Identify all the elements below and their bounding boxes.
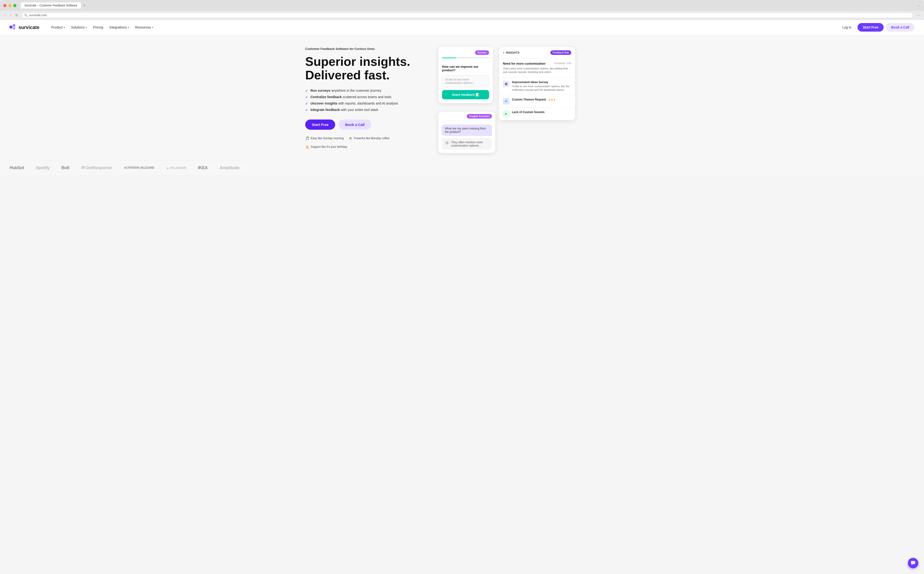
nav-actions: Log in Start Free Book a Call [839, 23, 915, 32]
hero-start-free-button[interactable]: Start Free [305, 120, 335, 130]
insight-item-themes: A Custom Themes Request ★★★ [499, 95, 575, 108]
feature-item: ✓ Centralize feedback scattered across t… [305, 95, 429, 99]
insight-item-title-2: Lack of Custom Sounds [512, 110, 571, 114]
badge-powerful: ☕ Powerful like Monday coffee [348, 136, 390, 140]
assistant-widget: Insights Assistant What are my users mis… [438, 112, 495, 153]
svg-rect-1 [13, 24, 15, 27]
music-icon: 🎵 [305, 136, 309, 140]
logo-hubspot: HubSot [9, 166, 24, 170]
badge-easy: 🎵 Easy like Sunday morning [305, 136, 344, 140]
hero-badges: 🎵 Easy like Sunday morning ☕ Powerful li… [305, 136, 429, 149]
survey-input[interactable]: I'd like to see more customization optio… [442, 75, 489, 87]
hero-features-list: ✓ Run surveys anywhere in the customer j… [305, 88, 429, 112]
feedback-hub-badge: Feedback Hub [550, 50, 571, 55]
cake-icon: 🎂 [305, 145, 309, 149]
address-text: survicate.com [29, 14, 47, 17]
feature-item: ✓ Run surveys anywhere in the customer j… [305, 88, 429, 93]
hero-section: Customer Feedback Software for Curious O… [296, 35, 628, 160]
logo-atlassian: ▲ ATLASSIAN [166, 166, 186, 170]
insight-main-desc: Users want more customization options, l… [503, 67, 571, 74]
logos-section: HubSot Spotify Bolt ✉ GetResponse ACTIVI… [0, 160, 924, 175]
surveys-widget: Surveys How can we improve our product? … [438, 47, 493, 103]
logo-spotify: Spotify [36, 166, 50, 170]
insight-icon-survey: ⊞ [503, 80, 510, 87]
start-free-button[interactable]: Start Free [858, 23, 883, 32]
bot-icon: ✦ [445, 140, 449, 145]
check-icon: ✓ [305, 102, 308, 106]
chevron-down-icon: ▾ [64, 26, 65, 29]
nav-integrations[interactable]: Integrations ▾ [107, 24, 131, 31]
check-icon: ✓ [305, 108, 308, 112]
insight-item-title-0: Improvement Ideas Survey [512, 80, 571, 84]
check-icon: ✓ [305, 95, 308, 99]
assistant-badge: Insights Assistant [467, 114, 492, 118]
insight-icon-themes: A [503, 98, 510, 104]
browser-tab[interactable]: Survicate – Customer Feedback Software [20, 2, 81, 9]
surveys-badge: Surveys [475, 50, 489, 55]
logo-ikea: IKEA [198, 166, 208, 170]
address-bar[interactable]: 🔍 survicate.com [22, 13, 913, 18]
logo[interactable]: survicate [9, 24, 39, 31]
nav-product[interactable]: Product ▾ [49, 24, 67, 31]
hero-right: Surveys How can we improve our product? … [438, 47, 619, 153]
browser-more-dots[interactable]: ··· [917, 13, 921, 18]
share-feedback-button[interactable]: Share feedback 📝 [442, 90, 489, 99]
feedback-hub-widget: + INSIGHTS Feedback Hub Need for more cu… [499, 47, 575, 120]
navbar: survicate Product ▾ Solutions ▾ Pricing … [0, 20, 924, 35]
logo-activision: ACTIVISION | BLIZZARD [124, 166, 154, 169]
page-content: survicate Product ▾ Solutions ▾ Pricing … [0, 20, 924, 175]
insight-item-improvement: ⊞ Improvement Ideas Survey I'd like to s… [499, 78, 575, 95]
feature-item: ✓ Integrate feedback with your entire to… [305, 108, 429, 112]
coffee-icon: ☕ [348, 136, 353, 140]
stars-icon: ★★★ [548, 98, 556, 101]
browser-more-options[interactable]: ··· [917, 3, 921, 8]
surveys-widget-header: Surveys [438, 47, 493, 57]
traffic-light-red[interactable] [3, 4, 6, 7]
insight-main-title: Need for more customization [503, 62, 545, 65]
logo-text: survicate [19, 25, 39, 30]
chevron-down-icon: ▾ [86, 26, 87, 29]
login-button[interactable]: Log in [839, 24, 855, 31]
assistant-header: Insights Assistant [438, 112, 495, 121]
traffic-light-green[interactable] [13, 4, 16, 7]
new-tab-button[interactable]: + [82, 2, 87, 9]
logo-bolt: Bolt [61, 166, 69, 170]
nav-pricing[interactable]: Pricing [91, 24, 106, 31]
hero-book-call-button[interactable]: Book a Call [338, 120, 371, 130]
survey-progress-bar [442, 57, 489, 58]
hero-subtitle: Customer Feedback Software for Curious O… [305, 47, 429, 50]
chevron-down-icon: ▾ [128, 26, 129, 29]
hero-title: Superior insights. Delivered fast. [305, 55, 429, 82]
insight-count: Feedback: 836 [554, 62, 571, 65]
traffic-light-yellow[interactable] [8, 4, 11, 7]
survey-question: How can we improve our product? [438, 62, 493, 75]
browser-nav-bar: ‹ › ↻ 🔍 survicate.com ··· [0, 11, 924, 20]
nav-solutions[interactable]: Solutions ▾ [69, 24, 89, 31]
insights-label: INSIGHTS [506, 51, 519, 54]
address-icon: 🔍 [24, 14, 28, 17]
refresh-button[interactable]: ↻ [14, 13, 19, 18]
insight-item-text-0: I'd like to see more customization optio… [512, 85, 571, 92]
book-call-button[interactable]: Book a Call [886, 23, 915, 32]
back-button[interactable]: ‹ [3, 13, 6, 18]
plus-icon: + [503, 51, 505, 54]
nav-links: Product ▾ Solutions ▾ Pricing Integratio… [49, 24, 834, 31]
insight-icon-sounds: ▶ [503, 110, 510, 117]
logo-getresponse: ✉ GetResponse [81, 165, 112, 170]
feature-item: ✓ Uncover insights with reports, dashboa… [305, 101, 429, 106]
svg-rect-2 [13, 27, 15, 30]
logo-amplitude: Amplitude [219, 166, 239, 170]
browser-chrome: Survicate – Customer Feedback Software +… [0, 0, 924, 20]
browser-titlebar: Survicate – Customer Feedback Software +… [0, 0, 924, 11]
insight-item-sounds: ▶ Lack of Custom Sounds [499, 108, 575, 120]
badge-support: 🎂 Support like it's your birthday [305, 145, 347, 149]
feedback-hub-header: + INSIGHTS Feedback Hub [499, 47, 575, 58]
check-icon: ✓ [305, 89, 308, 93]
chat-bot-message: ✦ They often mention more customization … [442, 138, 492, 150]
forward-button[interactable]: › [9, 13, 12, 18]
svg-rect-0 [9, 26, 13, 28]
chat-user-message: What are my users missing from the produ… [442, 125, 492, 136]
logo-icon [9, 24, 17, 31]
nav-resources[interactable]: Resources ▾ [133, 24, 156, 31]
insight-item-title-1: Custom Themes Request [512, 98, 546, 101]
